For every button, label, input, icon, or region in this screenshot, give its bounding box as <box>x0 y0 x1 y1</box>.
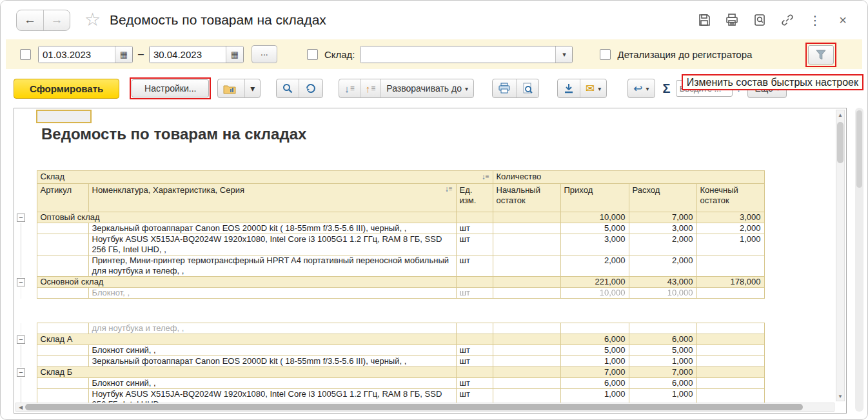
current-cell-indicator[interactable] <box>36 110 92 123</box>
group-row[interactable]: −Склад Б7,0007,000 <box>14 367 764 378</box>
collapse-all-button[interactable]: ↑≡ <box>360 79 381 97</box>
print-preview-button[interactable] <box>516 79 538 97</box>
item-row[interactable]: Зеркальный фотоаппарат Canon EOS 2000D k… <box>14 356 764 367</box>
horizontal-scroll-thumb[interactable] <box>25 404 803 410</box>
cell-income[interactable]: 5,000 <box>560 345 629 356</box>
cell-outcome[interactable]: 3,000 <box>629 223 696 234</box>
item-row[interactable]: Принтер, Мини-принтер термотрансферный H… <box>14 255 764 277</box>
unit-column-header[interactable]: Ед. изм. <box>456 184 493 212</box>
cell-unit[interactable] <box>456 323 493 334</box>
cell-end-balance[interactable] <box>696 367 764 378</box>
collapse-group-icon[interactable]: − <box>17 335 25 344</box>
cell-start-balance[interactable] <box>493 356 560 367</box>
cell-start-balance[interactable] <box>493 367 560 378</box>
item-row[interactable]: для ноутбука и телеф, , <box>14 323 764 334</box>
cell-end-balance[interactable]: 3,000 <box>696 212 764 223</box>
cell-outcome[interactable]: 7,000 <box>629 367 696 378</box>
cell-outcome[interactable] <box>629 323 696 334</box>
cell-outcome[interactable]: 6,000 <box>629 378 696 389</box>
cell-unit[interactable]: шт <box>456 356 493 367</box>
print-button[interactable] <box>493 79 516 97</box>
cell-outcome[interactable]: 2,000 <box>629 234 696 255</box>
warehouse-column-header[interactable]: Склад ↓≡ <box>37 171 493 184</box>
group-row[interactable]: −Оптовый склад10,0007,0003,000 <box>14 212 764 223</box>
article-column-header[interactable]: Артикул <box>37 184 88 212</box>
cell-nomenclature[interactable]: Зеркальный фотоаппарат Canon EOS 2000D k… <box>88 223 456 234</box>
cell-end-balance[interactable] <box>696 378 764 389</box>
warehouse-checkbox[interactable] <box>307 49 318 60</box>
cell-nomenclature[interactable]: Блокнот синий, , <box>88 345 456 356</box>
group-row[interactable]: −Основной склад221,00043,000178,000 <box>14 277 764 288</box>
cell-end-balance[interactable]: 178,000 <box>696 277 764 288</box>
period-more-button[interactable]: ... <box>252 45 277 63</box>
group-name[interactable]: Склад А <box>37 334 456 345</box>
save-file-button[interactable] <box>558 79 580 97</box>
detail-label[interactable]: Детализация до регистратора <box>617 49 752 60</box>
group-name[interactable]: Оптовый склад <box>37 212 456 223</box>
date-to-input[interactable] <box>150 46 226 63</box>
item-row[interactable]: Ноутбук ASUS X515JA-BQ2024W 1920x1080, I… <box>14 234 764 255</box>
cell-nomenclature[interactable]: Принтер, Мини-принтер термотрансферный H… <box>88 255 456 277</box>
cell-income[interactable]: 1,000 <box>560 356 629 367</box>
favorite-star-icon[interactable]: ☆ <box>84 11 101 29</box>
send-mail-button[interactable]: ✉ ▾ <box>580 79 606 97</box>
cell-income[interactable]: 2,000 <box>560 255 629 277</box>
cell-income[interactable]: 10,000 <box>560 288 629 299</box>
date-from-input[interactable] <box>39 46 115 63</box>
cell-outcome[interactable]: 6,000 <box>629 334 696 345</box>
vertical-scrollbar[interactable]: ▲ ▼ <box>836 110 845 401</box>
group-row[interactable]: −Склад А6,0006,000 <box>14 334 764 345</box>
warehouse-input[interactable] <box>360 46 555 63</box>
income-column-header[interactable]: Приход <box>560 184 629 212</box>
detail-checkbox[interactable] <box>600 49 611 60</box>
autosum-button[interactable]: Σ <box>663 81 671 96</box>
cell-unit[interactable]: шт <box>456 223 493 234</box>
vertical-scroll-thumb[interactable] <box>837 122 843 163</box>
cell-unit[interactable]: шт <box>456 255 493 277</box>
cell-article[interactable] <box>37 378 88 389</box>
cell-income[interactable]: 10,000 <box>560 212 629 223</box>
form-scrollbar[interactable] <box>855 108 863 412</box>
restore-settings-button[interactable]: ↩ ▾ <box>628 79 654 97</box>
end-balance-column-header[interactable]: Конечный остаток <box>696 184 764 212</box>
scroll-up-icon[interactable]: ▲ <box>838 110 843 119</box>
collapse-group-icon[interactable]: − <box>17 368 25 377</box>
expand-all-button[interactable]: ↓≡ <box>339 79 360 97</box>
back-button[interactable]: ← <box>17 10 43 30</box>
collapse-group-icon[interactable]: − <box>17 278 25 286</box>
cell-income[interactable]: 7,000 <box>560 367 629 378</box>
sort-icon[interactable]: ↓≡ <box>445 185 453 193</box>
cell-unit[interactable]: шт <box>456 378 493 389</box>
group-name[interactable]: Склад Б <box>37 367 456 378</box>
cell-nomenclature[interactable]: для ноутбука и телеф, , <box>88 323 456 334</box>
preview-icon[interactable] <box>752 12 767 28</box>
cell-start-balance[interactable] <box>493 334 560 345</box>
cell-article[interactable] <box>37 323 88 334</box>
cell-outcome[interactable]: 7,000 <box>629 212 696 223</box>
cell-outcome[interactable]: 2,000 <box>629 255 696 277</box>
cell-outcome[interactable]: 1,000 <box>629 356 696 367</box>
forward-button[interactable]: → <box>43 10 70 30</box>
cell-unit[interactable] <box>456 334 493 345</box>
find-next-button[interactable] <box>299 79 322 97</box>
generate-button[interactable]: Сформировать <box>14 79 119 99</box>
chevron-down-icon[interactable]: ▾ <box>555 46 572 63</box>
cell-unit[interactable]: шт <box>456 288 493 299</box>
report-variants-button[interactable]: ▾ <box>217 79 261 98</box>
link-icon[interactable] <box>780 12 795 28</box>
cell-end-balance[interactable] <box>696 288 764 299</box>
cell-nomenclature[interactable]: Блокнот синий, , <box>88 378 456 389</box>
cell-start-balance[interactable] <box>493 234 560 255</box>
cell-article[interactable] <box>37 255 88 277</box>
cell-income[interactable]: 3,000 <box>560 234 629 255</box>
more-menu-icon[interactable]: ⋮ <box>807 12 823 28</box>
cell-start-balance[interactable] <box>493 223 560 234</box>
cell-end-balance[interactable] <box>696 345 764 356</box>
print-icon[interactable] <box>724 12 740 28</box>
cell-article[interactable] <box>37 288 88 299</box>
group-name[interactable]: Основной склад <box>37 277 456 288</box>
cell-unit[interactable] <box>456 212 493 223</box>
cell-unit[interactable] <box>456 367 493 378</box>
cell-article[interactable] <box>37 356 88 367</box>
cell-end-balance[interactable] <box>696 334 764 345</box>
